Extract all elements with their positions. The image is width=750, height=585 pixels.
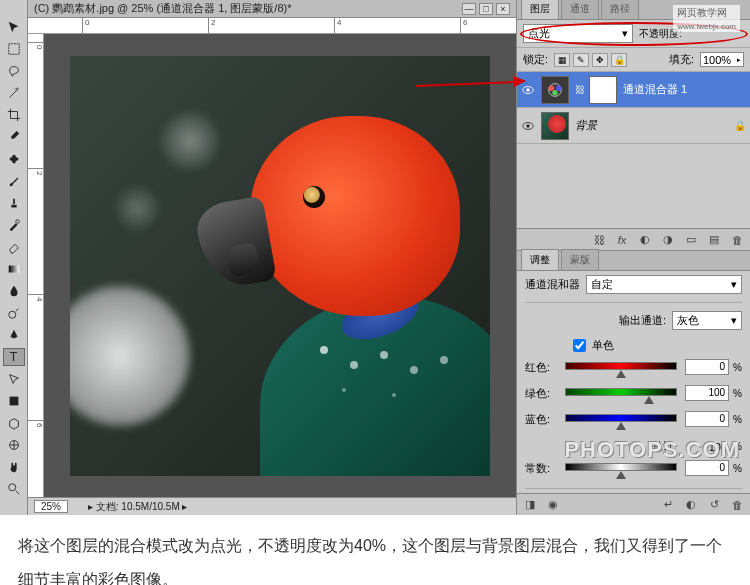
heal-tool[interactable] (3, 150, 25, 168)
tab-layers[interactable]: 图层 (521, 0, 559, 19)
svg-rect-9 (9, 397, 18, 406)
svg-rect-6 (8, 266, 19, 273)
wand-tool[interactable] (3, 84, 25, 102)
lasso-tool[interactable] (3, 62, 25, 80)
svg-point-7 (8, 311, 15, 318)
history-brush-tool[interactable] (3, 216, 25, 234)
lock-transparency-icon[interactable]: ▦ (554, 53, 570, 67)
lock-label: 锁定: (523, 52, 548, 67)
lock-pixels-icon[interactable]: ✎ (573, 53, 589, 67)
svg-point-19 (526, 124, 530, 128)
green-slider-row: 绿色: 100 % (517, 383, 750, 409)
group-icon[interactable]: ▭ (684, 233, 698, 247)
zoom-field[interactable]: 25% (34, 500, 68, 513)
dodge-tool[interactable] (3, 304, 25, 322)
trash-icon[interactable]: 🗑 (730, 233, 744, 247)
svg-point-11 (8, 484, 15, 491)
preset-dropdown[interactable]: 自定▾ (586, 275, 742, 294)
type-tool[interactable]: T (3, 348, 25, 366)
layer-name: 背景 (575, 118, 597, 133)
layer-channel-mixer[interactable]: ⛓ 通道混合器 1 (517, 72, 750, 108)
visibility-icon[interactable] (521, 83, 535, 97)
green-value[interactable]: 100 (685, 385, 729, 401)
red-value[interactable]: 0 (685, 359, 729, 375)
stamp-tool[interactable] (3, 194, 25, 212)
ruler-vertical[interactable]: 0 2 4 6 (28, 34, 44, 497)
ruler-horizontal[interactable]: 0 2 4 6 (28, 18, 516, 34)
tab-paths[interactable]: 路径 (601, 0, 639, 19)
blue-value[interactable]: 0 (685, 411, 729, 427)
output-channel-dropdown[interactable]: 灰色▾ (672, 311, 742, 330)
window-controls: — □ × (462, 3, 510, 15)
close-button[interactable]: × (496, 3, 510, 15)
constant-slider[interactable] (565, 463, 677, 473)
clip-icon[interactable]: ↵ (661, 498, 675, 512)
gradient-tool[interactable] (3, 260, 25, 278)
output-channel-label: 输出通道: (619, 313, 666, 328)
mask-icon[interactable]: ◐ (638, 233, 652, 247)
layer-lock-row: 锁定: ▦ ✎ ✥ 🔒 填充: 100%▸ (517, 48, 750, 72)
brush-tool[interactable] (3, 172, 25, 190)
blur-tool[interactable] (3, 282, 25, 300)
marquee-tool[interactable] (3, 40, 25, 58)
3d-tool[interactable] (3, 414, 25, 432)
canvas-viewport[interactable] (44, 34, 516, 497)
delete-icon[interactable]: 🗑 (730, 498, 744, 512)
layers-list: ⛓ 通道混合器 1 背景 🔒 (517, 72, 750, 144)
zoom-tool[interactable] (3, 480, 25, 498)
watermark-top: 网页教学网www.iwebjx.com (673, 5, 740, 32)
svg-rect-2 (8, 44, 19, 55)
watermark-bottom: PHOTOPS.COM (564, 437, 740, 463)
green-slider[interactable] (565, 388, 677, 398)
hand-tool[interactable] (3, 458, 25, 476)
3d-camera-tool[interactable] (3, 436, 25, 454)
adjustment-icon[interactable]: ◑ (661, 233, 675, 247)
tab-mask[interactable]: 蒙版 (561, 249, 599, 270)
path-select-tool[interactable] (3, 370, 25, 388)
svg-point-17 (552, 90, 557, 95)
eyedropper-tool[interactable] (3, 128, 25, 146)
canvas-image (70, 56, 490, 476)
toggle-view-icon[interactable]: ◨ (523, 498, 537, 512)
blue-slider[interactable] (565, 414, 677, 424)
maximize-button[interactable]: □ (479, 3, 493, 15)
svg-text:T: T (9, 350, 17, 364)
fx-icon[interactable]: fx (615, 233, 629, 247)
prev-state-icon[interactable]: ◐ (684, 498, 698, 512)
document-statusbar: 25% ▸ 文档: 10.5M/10.5M ▸ (28, 497, 516, 515)
fill-opacity-field[interactable]: 100%▸ (700, 52, 744, 67)
layer-background[interactable]: 背景 🔒 (517, 108, 750, 144)
lock-icon: 🔒 (734, 120, 746, 131)
new-layer-icon[interactable]: ▤ (707, 233, 721, 247)
visibility-icon[interactable] (521, 119, 535, 133)
minimize-button[interactable]: — (462, 3, 476, 15)
shape-tool[interactable] (3, 392, 25, 410)
mask-thumb (589, 76, 617, 104)
monochrome-label: 单色 (592, 338, 614, 353)
tools-toolbar: T (0, 0, 28, 515)
monochrome-checkbox[interactable] (573, 339, 586, 352)
move-tool[interactable] (3, 18, 25, 36)
layer-name: 通道混合器 1 (623, 82, 687, 97)
document-title: (C) 鹦鹉素材.jpg @ 25% (通道混合器 1, 图层蒙版/8)* (34, 1, 291, 16)
reset-icon[interactable]: ↺ (707, 498, 721, 512)
lock-position-icon[interactable]: ✥ (592, 53, 608, 67)
pen-tool[interactable] (3, 326, 25, 344)
photoshop-window: 网页教学网www.iwebjx.com PHOTOPS.COM T (C) 鹦鹉… (0, 0, 750, 515)
document-area: (C) 鹦鹉素材.jpg @ 25% (通道混合器 1, 图层蒙版/8)* — … (28, 0, 516, 515)
link-layers-icon[interactable]: ⛓ (592, 233, 606, 247)
preview-icon[interactable]: ◉ (546, 498, 560, 512)
svg-point-13 (526, 88, 530, 92)
red-slider[interactable] (565, 362, 677, 372)
eraser-tool[interactable] (3, 238, 25, 256)
blue-slider-row: 蓝色: 0 % (517, 409, 750, 435)
lock-all-icon[interactable]: 🔒 (611, 53, 627, 67)
tab-channels[interactable]: 通道 (561, 0, 599, 19)
crop-tool[interactable] (3, 106, 25, 124)
blend-mode-dropdown[interactable]: 点光▾ (523, 24, 633, 43)
tab-adjust[interactable]: 调整 (521, 249, 559, 270)
fill-label: 填充: (669, 52, 694, 67)
adjustment-thumb (541, 76, 569, 104)
svg-rect-4 (12, 155, 16, 164)
adjustments-panel: 调整 蒙版 通道混和器 自定▾ 输出通道: 灰色▾ 单色 红色: 0 % (517, 250, 750, 515)
